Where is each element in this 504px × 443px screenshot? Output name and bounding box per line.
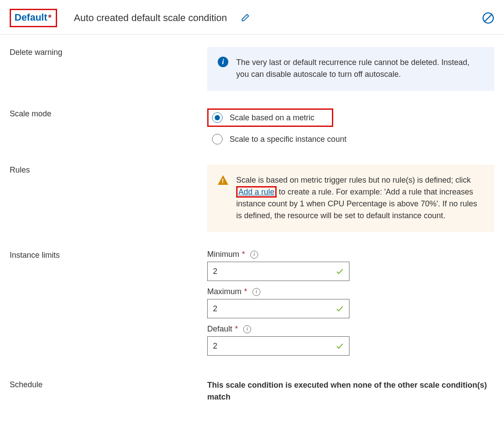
default-label: Default bbox=[207, 324, 232, 334]
required-star: * bbox=[235, 324, 238, 334]
checkmark-icon bbox=[335, 304, 344, 313]
required-star: * bbox=[242, 250, 245, 259]
condition-name-highlight: Default * bbox=[10, 9, 57, 27]
checkmark-icon bbox=[335, 267, 344, 276]
maximum-input[interactable] bbox=[207, 299, 349, 318]
instance-limits-label: Instance limits bbox=[10, 250, 207, 260]
info-icon[interactable]: i bbox=[250, 251, 258, 259]
rules-warning-text: Scale is based on metric trigger rules b… bbox=[236, 174, 481, 222]
info-icon: i bbox=[218, 57, 228, 67]
rules-warning-box: Scale is based on metric trigger rules b… bbox=[207, 165, 494, 232]
maximum-label: Maximum bbox=[207, 287, 241, 296]
condition-header: Default * Auto created default scale con… bbox=[0, 0, 504, 35]
warning-icon bbox=[218, 175, 228, 185]
default-input[interactable] bbox=[207, 336, 349, 356]
rules-warning-pre: Scale is based on metric trigger rules b… bbox=[236, 176, 471, 184]
edit-icon[interactable] bbox=[240, 13, 250, 23]
checkmark-icon bbox=[335, 342, 344, 350]
delete-disabled-icon[interactable] bbox=[482, 12, 494, 24]
scale-mode-count-label: Scale to a specific instance count bbox=[230, 135, 346, 144]
schedule-text: This scale condition is executed when no… bbox=[207, 379, 494, 403]
add-rule-link-highlight: Add a rule bbox=[236, 186, 277, 198]
minimum-label: Minimum bbox=[207, 250, 239, 259]
info-icon[interactable]: i bbox=[252, 288, 260, 296]
scale-mode-metric-highlight: Scale based on a metric bbox=[207, 108, 333, 127]
scale-mode-metric-radio[interactable] bbox=[212, 112, 223, 123]
minimum-input[interactable] bbox=[207, 262, 349, 281]
delete-warning-text: The very last or default recurrence rule… bbox=[236, 57, 481, 80]
rules-label: Rules bbox=[10, 165, 207, 175]
info-icon[interactable]: i bbox=[243, 325, 251, 333]
condition-description: Auto created default scale condition bbox=[74, 12, 227, 24]
scale-mode-label: Scale mode bbox=[10, 108, 207, 119]
required-star: * bbox=[244, 287, 247, 296]
svg-line-1 bbox=[485, 14, 492, 22]
delete-warning-label: Delete warning bbox=[10, 47, 207, 57]
schedule-label: Schedule bbox=[10, 379, 207, 389]
condition-name[interactable]: Default bbox=[14, 12, 47, 23]
add-rule-link[interactable]: Add a rule bbox=[238, 187, 274, 196]
delete-warning-info: i The very last or default recurrence ru… bbox=[207, 47, 494, 91]
required-star: * bbox=[48, 13, 52, 23]
scale-mode-metric-label: Scale based on a metric bbox=[230, 113, 314, 122]
scale-mode-count-radio[interactable] bbox=[212, 134, 223, 144]
